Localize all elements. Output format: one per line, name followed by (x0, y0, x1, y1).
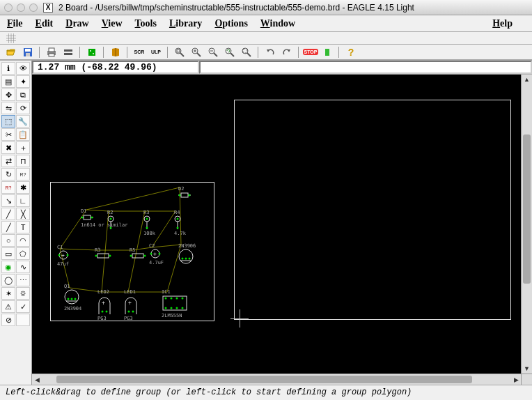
vertical-scrollbar[interactable]: ▲ ▼ (521, 75, 532, 374)
tool-info[interactable]: ℹ (1, 62, 15, 75)
tool-hole[interactable]: ◯ (1, 274, 15, 286)
tool-cut[interactable]: ✂ (1, 128, 15, 141)
scroll-right-icon[interactable]: ▶ (511, 374, 521, 385)
tool-display[interactable]: ▤ (1, 75, 15, 88)
tool-pinswap[interactable]: ⇄ (1, 155, 15, 167)
component-q1[interactable]: Q12N3904 (64, 284, 81, 311)
tool-ratsnest[interactable]: ✶ (1, 287, 15, 300)
undo-button[interactable] (263, 46, 277, 59)
scroll-left-icon[interactable]: ◀ (32, 374, 42, 385)
svg-point-99 (102, 311, 104, 313)
grid-icon[interactable] (4, 32, 18, 45)
board-canvas[interactable]: D2D11n614 or similarR2R3100kR44.7kC1+47u… (32, 75, 521, 374)
cam-button[interactable] (61, 46, 75, 59)
library-button[interactable] (109, 46, 123, 59)
open-button[interactable] (4, 46, 18, 59)
tool-signal[interactable]: ∿ (16, 261, 30, 273)
tool-mark[interactable]: ✦ (16, 75, 30, 88)
scroll-thumb-v[interactable] (523, 134, 531, 284)
menu-edit[interactable]: Edit (36, 18, 54, 29)
tool-name[interactable]: R? (16, 168, 30, 180)
tool-ripup[interactable]: ╳ (16, 208, 30, 220)
horizontal-scrollbar[interactable]: ◀ ▶ (32, 374, 521, 385)
tool-auto[interactable]: ⛭ (16, 287, 30, 300)
tool-route[interactable]: ╱ (1, 208, 15, 220)
save-button[interactable] (21, 46, 35, 59)
tool-mirror[interactable]: ⇋ (1, 102, 15, 114)
tool-change[interactable]: 🔧 (16, 115, 30, 128)
tool-value[interactable]: R? (1, 181, 15, 194)
tool-drc[interactable]: ✓ (16, 300, 30, 313)
tool-delete[interactable]: ✖ (1, 141, 15, 154)
tool-miter[interactable]: ∟ (16, 194, 30, 207)
tool-add[interactable]: ＋ (16, 141, 30, 154)
menu-library[interactable]: Library (169, 18, 202, 29)
scroll-up-icon[interactable]: ▲ (522, 75, 532, 84)
menu-draw[interactable]: Draw (65, 18, 88, 29)
menu-options[interactable]: Options (214, 18, 247, 29)
scroll-thumb-h[interactable] (56, 376, 472, 383)
tool-group[interactable]: ⬚ (1, 115, 15, 128)
board-button[interactable] (85, 46, 99, 59)
zoom-out-button[interactable] (206, 46, 220, 59)
tool-arc[interactable]: ◠ (16, 234, 30, 247)
window-controls[interactable] (4, 3, 38, 12)
coordinate-bar: 1.27 mm (-68.22 49.96) (32, 61, 532, 75)
tool-split[interactable]: ↘ (1, 194, 15, 207)
command-input[interactable] (199, 61, 532, 74)
tool-paste[interactable]: 📋 (16, 128, 30, 141)
tool-rect[interactable]: ▭ (1, 247, 15, 260)
tool-erc[interactable]: ⚠ (1, 300, 15, 313)
titlebar: X 2 Board - /Users/billw/tmp/scheminstru… (0, 0, 532, 15)
tool-show[interactable]: 👁 (16, 62, 30, 75)
tool-via[interactable]: ◉ (1, 261, 15, 273)
minimize-window[interactable] (17, 3, 25, 12)
redo-button[interactable] (280, 46, 294, 59)
component-led2[interactable]: LED2+PG3 (97, 289, 111, 321)
tool-move[interactable]: ✥ (1, 89, 15, 101)
close-window[interactable] (4, 3, 13, 12)
component-r3[interactable]: R3100k (143, 210, 155, 236)
tool-replace[interactable]: ↻ (1, 168, 15, 180)
run-button[interactable]: ULP (149, 46, 163, 59)
zoom-in-button[interactable] (189, 46, 203, 59)
component-r4[interactable]: R44.7k (174, 210, 186, 236)
go-button[interactable] (320, 46, 334, 59)
tool-circle[interactable]: ○ (1, 234, 15, 247)
menu-window[interactable]: Window (260, 18, 295, 29)
menu-view[interactable]: View (102, 18, 123, 29)
component-c2[interactable]: C2+4.7uF (149, 243, 164, 266)
zoom-redraw-button[interactable] (223, 46, 237, 59)
component-r3[interactable]: R3 (95, 247, 111, 260)
tool-attr[interactable]: ⋯ (16, 274, 30, 286)
zoom-select-button[interactable] (240, 46, 253, 59)
component-c1[interactable]: C1+47uf (57, 245, 70, 267)
tool-text[interactable]: T (16, 221, 30, 233)
svg-point-18 (175, 48, 181, 54)
menu-help[interactable]: Help (492, 18, 513, 29)
tool-copy[interactable]: ⧉ (16, 89, 30, 101)
zoom-fit-button[interactable] (173, 46, 187, 59)
tool-smash[interactable]: ✱ (16, 181, 30, 194)
menu-tools[interactable]: Tools (135, 18, 157, 29)
tool-wire[interactable]: ╱ (1, 221, 15, 233)
component-2n3906[interactable]: 2N3906 (178, 243, 196, 266)
tool-gate[interactable]: ⊓ (16, 155, 30, 167)
zoom-window[interactable] (29, 3, 38, 12)
component-r2[interactable]: R2 (107, 210, 114, 231)
component-r5[interactable]: R5 (130, 247, 146, 260)
tool-rotate[interactable]: ⟳ (16, 102, 30, 114)
menu-file[interactable]: File (7, 18, 23, 29)
script-button[interactable]: SCR (132, 46, 146, 59)
stop-button[interactable]: STOP (304, 46, 318, 59)
component-d2[interactable]: D2 (178, 186, 191, 200)
print-button[interactable] (45, 46, 58, 59)
component-d1[interactable]: D11n614 or similar (81, 208, 127, 228)
component-led1[interactable]: LED1+PG3 (124, 289, 138, 321)
tool-polygon[interactable]: ⬠ (16, 247, 30, 260)
svg-point-73 (177, 227, 179, 229)
help-button[interactable]: ? (344, 46, 358, 59)
scroll-down-icon[interactable]: ▼ (522, 364, 532, 374)
tool-errors[interactable]: ⊘ (1, 314, 15, 326)
component-ic1[interactable]: IC12LM555N (162, 289, 188, 318)
